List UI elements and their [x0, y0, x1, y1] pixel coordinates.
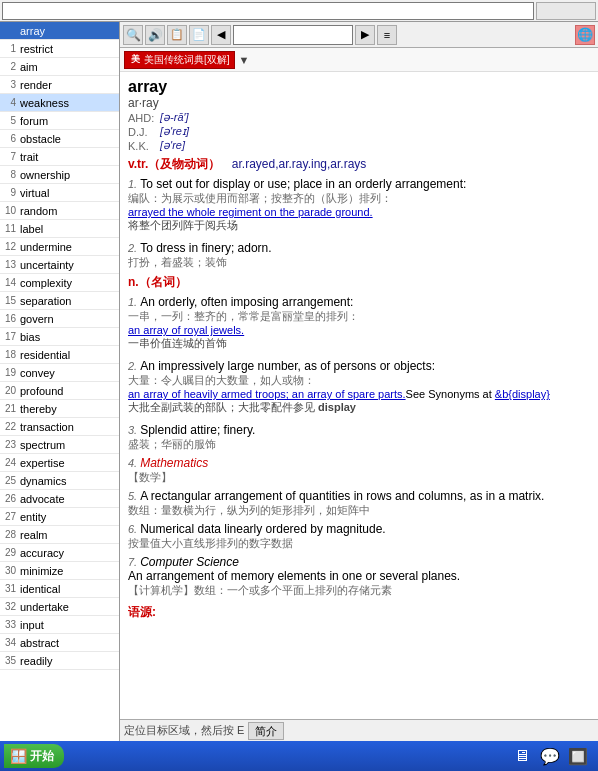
list-item[interactable]: 22 transaction: [0, 418, 119, 436]
example-link[interactable]: an array of royal jewels.: [128, 324, 590, 336]
source-link[interactable]: 语源:: [128, 604, 590, 621]
list-item[interactable]: 13 uncertainty: [0, 256, 119, 274]
n-def-1: 1. An orderly, often imposing arrangemen…: [128, 295, 590, 355]
list-item[interactable]: 7 trait: [0, 148, 119, 166]
list-item[interactable]: 35 readily: [0, 652, 119, 670]
phonetic-kk: K.K. [ə're]: [128, 139, 590, 152]
example-troops-link[interactable]: an array of heavily armed troops; an arr…: [128, 388, 406, 400]
n-def-2: 2. An impressively large number, as of p…: [128, 359, 590, 419]
list-item[interactable]: 32 undertake: [0, 598, 119, 616]
top-input[interactable]: 8931: [2, 2, 534, 20]
vt-def-1: 1. To set out for display or use; place …: [128, 177, 590, 237]
list-item[interactable]: 9 virtual: [0, 184, 119, 202]
source-dropdown-arrow[interactable]: ▼: [239, 54, 250, 66]
list-item[interactable]: 12 undermine: [0, 238, 119, 256]
taskbar-icon-3[interactable]: 🔲: [566, 744, 590, 768]
next-btn[interactable]: ▶: [355, 25, 375, 45]
list-item[interactable]: 8 ownership: [0, 166, 119, 184]
list-item[interactable]: 2 aim: [0, 58, 119, 76]
list-item[interactable]: 26 advocate: [0, 490, 119, 508]
top-bar: 8931: [0, 0, 598, 22]
example-link[interactable]: arrayed the whole regiment on the parade…: [128, 206, 590, 218]
source-flag: 美: [129, 53, 142, 66]
list-item[interactable]: 34 abstract: [0, 634, 119, 652]
taskbar-icon-2[interactable]: 💬: [538, 744, 562, 768]
list-item[interactable]: 23 spectrum: [0, 436, 119, 454]
vt-def-2: 2. To dress in finery; adorn. 打扮，着盛装；装饰: [128, 241, 590, 270]
intro-button[interactable]: 简介: [248, 722, 284, 740]
word-list: array 1 restrict 2 aim 3 render 4 weakne…: [0, 22, 120, 741]
display-link[interactable]: &b{display}: [495, 388, 550, 400]
source-badge[interactable]: 美 美国传统词典[双解]: [124, 51, 235, 69]
dict-content: array ar·ray AHD: [ə-rā′] D.J. [ə'reɪ] K…: [120, 72, 598, 719]
pos-vt-line: v.tr.（及物动词） ar.rayed,ar.ray.ing,ar.rays: [128, 156, 590, 173]
list-item[interactable]: 4 weakness: [0, 94, 119, 112]
list-item[interactable]: 28 realm: [0, 526, 119, 544]
n-def-6: 6. Numerical data linearly ordered by ma…: [128, 522, 590, 551]
phonetic-ahd: AHD: [ə-rā′]: [128, 111, 590, 124]
list-item[interactable]: 27 entity: [0, 508, 119, 526]
list-item[interactable]: 30 minimize: [0, 562, 119, 580]
speaker-icon[interactable]: 🔊: [145, 25, 165, 45]
n-def-5: 5. A rectangular arrangement of quantiti…: [128, 489, 590, 518]
list-item[interactable]: 18 residential: [0, 346, 119, 364]
list-item[interactable]: array: [0, 22, 119, 40]
list-item[interactable]: 10 random: [0, 202, 119, 220]
list-item[interactable]: 15 separation: [0, 292, 119, 310]
list-item[interactable]: 19 convey: [0, 364, 119, 382]
pos-n-line: n.（名词）: [128, 274, 590, 291]
list-item[interactable]: 1 restrict: [0, 40, 119, 58]
list-item[interactable]: 25 dynamics: [0, 472, 119, 490]
n-def-4: 4. Mathematics 【数学】: [128, 456, 590, 485]
prev-btn[interactable]: ◀: [211, 25, 231, 45]
taskbar: 🪟 开始 🖥 💬 🔲: [0, 741, 598, 771]
list-item[interactable]: 6 obstacle: [0, 130, 119, 148]
paste-icon[interactable]: 📄: [189, 25, 209, 45]
search-input[interactable]: array: [233, 25, 353, 45]
list-item[interactable]: 11 label: [0, 220, 119, 238]
see-synonyms: See Synonyms at: [406, 388, 495, 400]
list-item[interactable]: 14 complexity: [0, 274, 119, 292]
globe-icon[interactable]: 🌐: [575, 25, 595, 45]
start-button[interactable]: 🪟 开始: [4, 744, 64, 768]
list-item[interactable]: 21 thereby: [0, 400, 119, 418]
list-item[interactable]: 20 profound: [0, 382, 119, 400]
taskbar-icon-1[interactable]: 🖥: [510, 744, 534, 768]
list-item[interactable]: 16 govern: [0, 310, 119, 328]
source-label: 美国传统词典[双解]: [144, 53, 230, 67]
start-icon: 🪟: [10, 748, 27, 764]
menu-icon[interactable]: ≡: [377, 25, 397, 45]
source-bar: 美 美国传统词典[双解] ▼: [120, 48, 598, 72]
list-item[interactable]: 24 expertise: [0, 454, 119, 472]
entry-phonetic-line: ar·ray: [128, 96, 590, 110]
phonetic-dj: D.J. [ə'reɪ]: [128, 125, 590, 138]
dict-toolbar: 🔍 🔊 📋 📄 ◀ array ▶ ≡ 🌐: [120, 22, 598, 48]
list-item[interactable]: 29 accuracy: [0, 544, 119, 562]
list-item[interactable]: 33 input: [0, 616, 119, 634]
top-bar-btn[interactable]: [536, 2, 596, 20]
bottom-bar: 定位目标区域，然后按 E 简介: [120, 719, 598, 741]
entry-word: array: [128, 78, 590, 96]
list-item[interactable]: 31 identical: [0, 580, 119, 598]
start-label: 开始: [30, 748, 54, 765]
content-area: array 1 restrict 2 aim 3 render 4 weakne…: [0, 22, 598, 741]
n-def-7: 7. Computer Science An arrangement of me…: [128, 555, 590, 598]
search-icon[interactable]: 🔍: [123, 25, 143, 45]
dict-panel: 🔍 🔊 📋 📄 ◀ array ▶ ≡ 🌐 美 美国传统词典[双解] ▼ arr: [120, 22, 598, 741]
list-item[interactable]: 3 render: [0, 76, 119, 94]
copy-icon[interactable]: 📋: [167, 25, 187, 45]
list-item[interactable]: 5 forum: [0, 112, 119, 130]
list-item[interactable]: 17 bias: [0, 328, 119, 346]
bottom-label: 定位目标区域，然后按 E: [124, 723, 244, 738]
n-def-3: 3. Splendid attire; finery. 盛装；华丽的服饰: [128, 423, 590, 452]
cs-label: Computer Science: [140, 555, 239, 569]
